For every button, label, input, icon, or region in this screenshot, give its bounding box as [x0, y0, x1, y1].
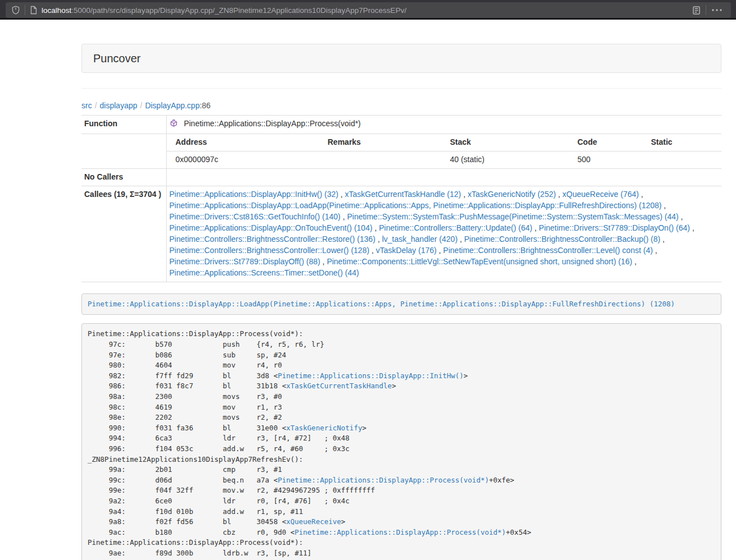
asm-line: _ZN8Pinetime12Applications10DisplayApp7R… — [88, 455, 715, 465]
app-header-panel: Puncover — [81, 44, 721, 73]
breadcrumb-src[interactable]: src — [81, 101, 92, 110]
highlighted-callee-link[interactable]: Pinetime::Applications::DisplayApp::Load… — [88, 300, 675, 308]
asm-line: 9ae: f89d 300b ldrb.w r3, [sp, #11] — [88, 548, 715, 559]
callees-list: Pinetime::Applications::DisplayApp::Init… — [170, 190, 694, 277]
breadcrumb-file[interactable]: DisplayApp.cpp — [145, 101, 199, 110]
callee-link[interactable]: Pinetime::Applications::Screens::Timer::… — [170, 268, 359, 277]
asm-line: Pinetime::Applications::DisplayApp::Proc… — [88, 538, 715, 548]
callees-row: Callees (19, Σ=3704 ) Pinetime::Applicat… — [81, 186, 721, 282]
asm-symbol-link[interactable]: xTaskGetCurrentTaskHandle — [286, 382, 392, 390]
col-code: Code — [569, 134, 642, 151]
no-callers-label: No Callers — [81, 168, 166, 186]
asm-line: 994: 6ca3 ldr r3, [r4, #72] ; 0x48 — [88, 433, 715, 444]
asm-line: 98c: 4619 mov r1, r3 — [88, 402, 715, 413]
asm-line: 982: f7ff fd29 bl 3d8 <Pinetime::Applica… — [88, 371, 715, 382]
callee-link[interactable]: Pinetime::Controllers::BrightnessControl… — [464, 235, 660, 244]
asm-line: 98e: 2202 movs r2, #2 — [88, 412, 715, 423]
callee-link[interactable]: xTaskGenericNotify (252) — [468, 190, 556, 199]
function-label: Function — [81, 116, 166, 134]
actions-divider — [706, 5, 706, 15]
shield-icon[interactable] — [11, 6, 20, 15]
asm-symbol-link[interactable]: Pinetime::Applications::DisplayApp::Proc… — [278, 476, 489, 484]
asm-line: 99a: 2b01 cmp r3, #1 — [88, 465, 715, 475]
callee-link[interactable]: Pinetime::Applications::DisplayApp::Load… — [170, 201, 662, 210]
asm-line: Pinetime::Applications::DisplayApp::Proc… — [88, 329, 715, 339]
breadcrumb-separator: / — [95, 101, 97, 110]
empty-label-cell — [81, 134, 166, 168]
asm-line: 97c: b570 push {r4, r5, r6, lr} — [88, 339, 715, 350]
asm-symbol-link[interactable]: Pinetime::Applications::DisplayApp::Init… — [278, 371, 464, 380]
callee-link[interactable]: lv_task_handler (420) — [382, 235, 458, 244]
breadcrumb-separator: / — [140, 101, 143, 110]
callee-link[interactable]: Pinetime::Controllers::BrightnessControl… — [170, 235, 376, 244]
ellipsis-menu-icon[interactable] — [711, 6, 723, 15]
function-name-cell: Pinetime::Applications::DisplayApp::Proc… — [166, 116, 721, 134]
breadcrumb: src/displayapp/DisplayApp.cpp:86 — [81, 101, 721, 110]
stack-cell: 40 (static) — [441, 151, 569, 168]
static-cell — [642, 151, 722, 168]
callee-link[interactable]: Pinetime::Applications::DisplayApp::Init… — [170, 190, 339, 199]
asm-line: 99e: f04f 32ff mov.w r2, #4294967295 ; 0… — [88, 485, 715, 496]
col-static: Static — [642, 134, 722, 151]
url-text[interactable]: localhost:5000/path/src/displayapp/Displ… — [42, 6, 692, 15]
callee-link[interactable]: vTaskDelay (176) — [376, 246, 437, 255]
asm-line: 97e: b086 sub sp, #24 — [88, 350, 715, 361]
assembly-code: Pinetime::Applications::DisplayApp::Proc… — [88, 329, 715, 560]
function-name: Pinetime::Applications::DisplayApp::Proc… — [184, 119, 360, 128]
callee-link[interactable]: Pinetime::Drivers::St7789::DisplayOff() … — [170, 257, 321, 266]
code-cell: 500 — [569, 151, 642, 168]
asm-symbol-link[interactable]: xTaskGenericNotify — [286, 424, 362, 432]
function-table: Function Pinetime::Applications::Display… — [81, 115, 721, 282]
page-icon[interactable] — [30, 6, 38, 15]
address-detail-cell: Address Remarks Stack Code Static 0x0000… — [166, 134, 721, 168]
browser-toolbar: localhost:5000/path/src/displayapp/Displ… — [0, 0, 736, 20]
asm-line: 9a8: f02f fd56 bl 30458 <xQueueReceive> — [88, 517, 715, 527]
remarks-cell — [319, 151, 441, 168]
asm-line: 9a2: 6ce0 ldr r0, [r4, #76] ; 0x4c — [88, 496, 715, 507]
address-detail-row: Address Remarks Stack Code Static 0x0000… — [81, 134, 721, 168]
function-row: Function Pinetime::Applications::Display… — [81, 116, 721, 134]
assembly-listing: Pinetime::Applications::DisplayApp::Proc… — [81, 323, 721, 560]
reader-mode-icon[interactable] — [692, 6, 701, 15]
asm-symbol-link[interactable]: Pinetime::Applications::DisplayApp::Proc… — [295, 528, 506, 536]
urlbar-divider — [25, 5, 25, 15]
url-bar[interactable]: localhost:5000/path/src/displayapp/Displ… — [6, 2, 731, 18]
callee-link[interactable]: Pinetime::Drivers::Cst816S::GetTouchInfo… — [170, 212, 341, 221]
col-remarks: Remarks — [319, 134, 441, 151]
no-callers-cell — [166, 168, 721, 186]
address-table: Address Remarks Stack Code Static 0x0000… — [167, 134, 722, 168]
callee-link[interactable]: Pinetime::Controllers::BrightnessControl… — [443, 246, 652, 255]
asm-line: 99c: d06d beq.n a7a <Pinetime::Applicati… — [88, 475, 715, 486]
symbol-cube-icon — [170, 120, 180, 129]
no-callers-row: No Callers — [81, 168, 721, 186]
breadcrumb-line-number: :86 — [200, 101, 211, 110]
callees-cell: Pinetime::Applications::DisplayApp::Init… — [166, 186, 721, 282]
col-stack: Stack — [441, 134, 569, 151]
callee-link[interactable]: Pinetime::Applications::DisplayApp::OnTo… — [170, 223, 373, 232]
callee-link[interactable]: Pinetime::Components::LittleVgl::SetNewT… — [327, 257, 632, 266]
callee-link[interactable]: Pinetime::Drivers::St7789::DisplayOn() (… — [539, 223, 690, 232]
address-cell: 0x0000097c — [167, 151, 319, 168]
url-host: localhost — [42, 6, 71, 15]
col-address: Address — [167, 134, 319, 151]
app-title: Puncover — [93, 52, 141, 65]
address-table-data-row: 0x0000097c 40 (static) 500 — [167, 151, 722, 168]
asm-line: 9ac: b180 cbz r0, 9d0 <Pinetime::Applica… — [88, 527, 715, 538]
callee-link[interactable]: Pinetime::Controllers::BrightnessControl… — [170, 246, 369, 255]
page-content: Puncover src/displayapp/DisplayApp.cpp:8… — [81, 21, 721, 560]
asm-line: 9a4: f10d 010b add.w r1, sp, #11 — [88, 507, 715, 517]
url-path: :5000/path/src/displayapp/DisplayApp.cpp… — [71, 6, 406, 15]
divider-rule — [81, 88, 721, 89]
callee-link[interactable]: xTaskGetCurrentTaskHandle (12) — [345, 190, 461, 199]
asm-line: 996: f104 053c add.w r5, r4, #60 ; 0x3c — [88, 444, 715, 455]
asm-line: 990: f031 fa36 bl 31e00 <xTaskGenericNot… — [88, 423, 715, 434]
address-table-header-row: Address Remarks Stack Code Static — [167, 134, 722, 151]
asm-line: 98a: 2300 movs r3, #0 — [88, 392, 715, 402]
highlighted-callee-block: Pinetime::Applications::DisplayApp::Load… — [81, 293, 721, 315]
breadcrumb-displayapp[interactable]: displayapp — [100, 101, 138, 110]
callee-link[interactable]: Pinetime::System::SystemTask::PushMessag… — [347, 212, 679, 221]
callee-link[interactable]: xQueueReceive (764) — [563, 190, 639, 199]
callee-link[interactable]: Pinetime::Controllers::Battery::Update()… — [379, 223, 532, 232]
asm-symbol-link[interactable]: xQueueReceive — [286, 517, 341, 526]
callees-label: Callees (19, Σ=3704 ) — [81, 186, 166, 282]
